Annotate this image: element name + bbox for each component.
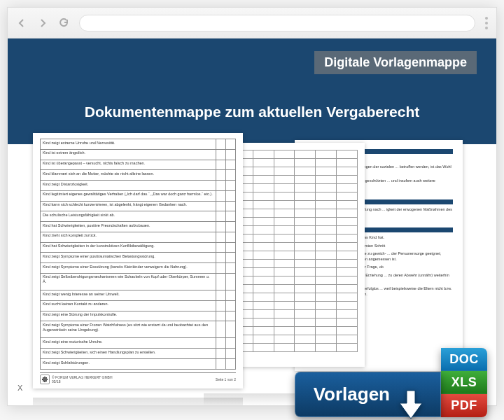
forward-button[interactable] — [37, 18, 48, 29]
grid-cell — [274, 285, 295, 293]
grid-cell — [295, 184, 316, 192]
checklist-cell — [216, 149, 226, 160]
grid-cell — [316, 234, 337, 243]
grid-cell — [316, 310, 337, 318]
checklist-cell — [216, 211, 226, 222]
format-xls[interactable]: XLS — [441, 371, 487, 394]
checklist-cell — [216, 253, 226, 263]
checklist-cell — [216, 290, 226, 301]
grid-cell — [295, 268, 316, 276]
grid-cell — [316, 302, 337, 310]
checklist-cell — [226, 190, 236, 201]
table-row: Kind zeigt Selbstberuhigungsmechanismen … — [41, 273, 236, 290]
grid-cell — [253, 344, 274, 352]
checklist-item-text: Kind klammert sich an die Mutter, möchte… — [41, 170, 216, 181]
grid-cell — [295, 251, 316, 260]
table-row: Kind zeigt Schwierigkeiten, sich einen H… — [41, 349, 236, 359]
grid-cell — [253, 167, 274, 176]
checklist-cell — [216, 273, 226, 290]
grid-cell — [316, 260, 337, 268]
grid-cell — [295, 243, 316, 251]
banner: Digitale Vorlagenmappe Dokumentenmappe z… — [8, 38, 496, 144]
page-number: Seite 1 von 2 — [216, 377, 236, 382]
grid-cell — [295, 260, 316, 268]
grid-cell — [253, 293, 274, 302]
grid-cell — [316, 184, 337, 192]
page-title: Dokumentenmappe zum aktuellen Vergaberec… — [27, 74, 477, 120]
checklist-cell — [226, 321, 236, 338]
back-button[interactable] — [16, 18, 27, 29]
grid-cell — [295, 167, 316, 176]
table-row: Kind zeigt Symptome einer posttraumatisc… — [41, 253, 236, 263]
grid-cell — [337, 310, 358, 318]
checklist-item-text: Kind zeigt eine motorische Unruhe. — [41, 338, 216, 349]
checklist-cell — [226, 338, 236, 349]
grid-cell — [295, 318, 316, 327]
checklist-cell — [226, 359, 236, 370]
grid-cell — [337, 176, 358, 184]
checklist-cell — [226, 211, 236, 222]
checklist-cell — [216, 311, 226, 321]
grid-cell — [337, 318, 358, 327]
grid-cell — [253, 327, 274, 335]
checklist-cell — [226, 242, 236, 253]
grid-cell — [337, 268, 358, 276]
checklist-item-text: Kind ist extrem ängstlich. — [41, 149, 216, 160]
checklist-item-text: Kind zeigt wenig Interesse an seiner Umw… — [41, 290, 216, 301]
checklist-cell — [216, 201, 226, 211]
grid-cell — [316, 150, 337, 159]
page-footer: © FORUM VERLAG HERKERT GMBH 05/18 Seite … — [40, 372, 236, 384]
checklist-item-text: Kind zeigt eine Störung der Impulskontro… — [41, 311, 216, 321]
grid-cell — [253, 318, 274, 327]
table-row: Kind zeigt eine motorische Unruhe. — [41, 338, 236, 349]
checklist-item-text: Kind zeigt extreme Unruhe und Nervosität… — [41, 139, 216, 150]
grid-cell — [253, 335, 274, 344]
grid-cell — [274, 344, 295, 352]
reload-button[interactable] — [58, 18, 69, 29]
grid-cell — [316, 159, 337, 167]
table-row: Kind zeigt Schlafstörungen. — [41, 359, 236, 370]
grid-cell — [253, 159, 274, 167]
grid-cell — [337, 335, 358, 344]
format-doc[interactable]: DOC — [441, 348, 487, 371]
grid-cell — [316, 226, 337, 234]
checklist-cell — [216, 190, 226, 201]
grid-cell — [337, 302, 358, 310]
grid-cell — [253, 226, 274, 234]
grid-cell — [337, 260, 358, 268]
grid-cell — [316, 243, 337, 251]
checklist-cell — [226, 349, 236, 359]
grid-cell — [295, 201, 316, 209]
checklist-item-text: Kind zeigt Symptome einer Frozen Watchfu… — [41, 321, 216, 338]
address-bar[interactable] — [79, 15, 475, 31]
checklist-cell — [216, 359, 226, 370]
grid-cell — [253, 276, 274, 285]
table-row: Kind zeigt eine Störung der Impulskontro… — [41, 311, 236, 321]
format-pdf[interactable]: PDF — [441, 394, 487, 417]
grid-cell — [253, 302, 274, 310]
grid-cell — [274, 184, 295, 192]
grid-cell — [295, 226, 316, 234]
checklist-cell — [226, 253, 236, 263]
checklist-cell — [226, 300, 236, 311]
table-row: Kind ist überangepasst – versucht, nicht… — [41, 160, 236, 170]
grid-cell — [316, 209, 337, 218]
checklist-cell — [216, 160, 226, 170]
grid-cell — [253, 176, 274, 184]
grid-cell — [274, 335, 295, 344]
browser-window: Digitale Vorlagenmappe Dokumentenmappe z… — [7, 7, 497, 406]
grid-cell — [337, 293, 358, 302]
grid-cell — [316, 268, 337, 276]
table-row: Kind legitimiert eigenes gewalttätiges V… — [41, 190, 236, 201]
menu-button[interactable] — [485, 17, 488, 29]
grid-cell — [316, 318, 337, 327]
close-button[interactable]: X — [18, 384, 22, 392]
download-arrow-icon — [397, 389, 425, 420]
grid-cell — [337, 243, 358, 251]
checklist-item-text: Kind zeigt Symptome einer posttraumatisc… — [41, 253, 216, 263]
grid-cell — [337, 209, 358, 218]
document-page-checklist: Kind zeigt extreme Unruhe und Nervosität… — [33, 133, 243, 388]
download-badge[interactable]: Vorlagen DOC XLS PDF — [295, 348, 487, 417]
checklist-cell — [226, 222, 236, 232]
grid-cell — [295, 218, 316, 226]
